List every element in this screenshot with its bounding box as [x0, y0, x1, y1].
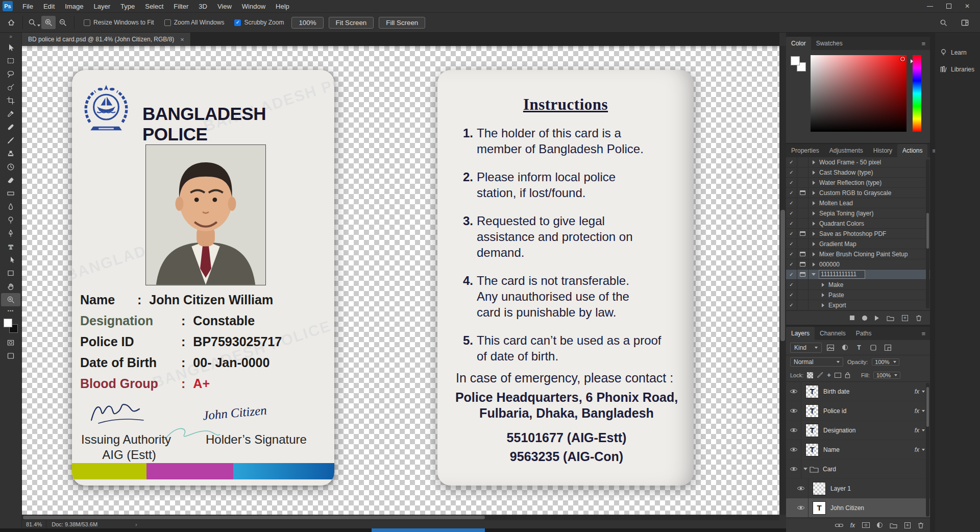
home-icon[interactable]: [4, 16, 18, 29]
history-brush-tool[interactable]: [1, 160, 20, 174]
pen-tool[interactable]: [1, 227, 20, 240]
text-layer-thumbnail[interactable]: T: [805, 385, 819, 398]
menu-file[interactable]: File: [17, 0, 38, 12]
zoom-in-button[interactable]: [41, 16, 56, 29]
toggle-item-check-icon[interactable]: ✓: [786, 178, 797, 187]
tab-properties[interactable]: Properties: [786, 144, 824, 157]
tab-swatches[interactable]: Swatches: [811, 37, 848, 50]
layer-style-icon[interactable]: fx: [850, 522, 855, 529]
scrubby-zoom-checkbox[interactable]: ✓ Scrubby Zoom: [234, 19, 284, 26]
disclosure-triangle-icon[interactable]: [808, 211, 819, 215]
toggle-item-check-icon[interactable]: ✓: [786, 280, 797, 289]
visibility-eye-icon[interactable]: [786, 382, 801, 401]
workspace-switcher-icon[interactable]: [958, 16, 972, 29]
visibility-eye-icon[interactable]: [793, 498, 808, 517]
toggle-item-check-icon[interactable]: ✓: [786, 198, 797, 208]
dialog-toggle[interactable]: [797, 290, 808, 300]
toggle-item-check-icon[interactable]: ✓: [786, 229, 797, 238]
text-layer-thumbnail[interactable]: T: [805, 404, 819, 418]
disclosure-triangle-icon[interactable]: [808, 262, 819, 267]
smart-object-filter-icon[interactable]: [882, 343, 893, 353]
dialog-toggle[interactable]: [797, 208, 808, 218]
dialog-toggle[interactable]: [797, 167, 808, 177]
horizontal-scrollbar-thumb[interactable]: [23, 516, 485, 519]
action-row[interactable]: ✓ Gradient Map: [786, 239, 930, 249]
text-layer-thumbnail[interactable]: T: [813, 501, 826, 515]
play-icon[interactable]: [875, 316, 879, 321]
text-layer-thumbnail[interactable]: T: [805, 443, 819, 456]
actions-scrollbar-thumb[interactable]: [926, 213, 929, 249]
quick-mask-icon[interactable]: [1, 336, 20, 349]
layer-name[interactable]: Designation: [823, 427, 855, 434]
tab-history[interactable]: History: [868, 144, 897, 157]
brush-tool[interactable]: [1, 134, 20, 147]
layer-row[interactable]: Layer 1: [786, 479, 930, 498]
vertical-scrollbar[interactable]: [779, 46, 786, 515]
new-group-icon[interactable]: [890, 522, 897, 528]
lock-position-icon[interactable]: +: [827, 372, 831, 378]
fill-dropdown[interactable]: 100%: [873, 372, 900, 379]
text-layer-thumbnail[interactable]: T: [805, 424, 819, 437]
filter-kind-dropdown[interactable]: Kind: [790, 343, 822, 353]
visibility-eye-icon[interactable]: [793, 479, 808, 498]
layer-name[interactable]: John Citizen: [830, 504, 864, 512]
dialog-toggle[interactable]: [797, 259, 808, 269]
panel-menu-icon[interactable]: ≡: [917, 37, 930, 50]
visibility-eye-icon[interactable]: [786, 421, 801, 440]
move-tool[interactable]: [1, 41, 20, 54]
clone-stamp-tool[interactable]: [1, 147, 20, 160]
screen-mode-icon[interactable]: [1, 349, 20, 362]
disclosure-triangle-icon[interactable]: [808, 191, 819, 195]
zoom-level-field[interactable]: 81.4%: [22, 520, 46, 528]
layer-row[interactable]: T Birth date fx: [786, 382, 930, 401]
fill-screen-button[interactable]: Fill Screen: [379, 17, 425, 29]
status-menu-icon[interactable]: ›: [135, 521, 137, 527]
checkbox-icon[interactable]: [164, 19, 171, 26]
disclosure-triangle-icon[interactable]: [808, 252, 819, 256]
disclosure-triangle-icon[interactable]: [808, 201, 819, 205]
layer-group-row[interactable]: Card: [786, 460, 930, 479]
dialog-toggle[interactable]: [797, 178, 808, 187]
type-filter-icon[interactable]: T: [853, 343, 865, 353]
resize-windows-checkbox[interactable]: Resize Windows to Fit: [84, 19, 154, 26]
minimize-icon[interactable]: —: [927, 3, 933, 10]
lasso-tool[interactable]: [1, 67, 20, 81]
hand-tool[interactable]: [1, 280, 20, 293]
blend-mode-dropdown[interactable]: Normal: [790, 357, 843, 367]
eyedropper-tool[interactable]: [1, 107, 20, 120]
action-row[interactable]: ✓ 000000: [786, 259, 930, 270]
new-set-icon[interactable]: [887, 315, 894, 321]
marquee-tool[interactable]: [1, 54, 20, 67]
horizontal-scrollbar[interactable]: [22, 515, 779, 520]
lock-paint-icon[interactable]: [817, 372, 823, 378]
adjustment-filter-icon[interactable]: [839, 343, 850, 353]
action-row[interactable]: ✓ Custom RGB to Grayscale: [786, 188, 930, 198]
toggle-item-check-icon[interactable]: ✓: [786, 157, 797, 167]
layers-scrollbar[interactable]: [926, 383, 929, 517]
layer-name[interactable]: Card: [823, 466, 836, 473]
disclosure-triangle-icon[interactable]: [818, 283, 828, 287]
toolbar-expand-icon[interactable]: »: [9, 34, 12, 41]
disclosure-triangle-icon[interactable]: [808, 171, 819, 175]
link-layers-icon[interactable]: [835, 523, 843, 528]
pixel-filter-icon[interactable]: [825, 343, 836, 353]
menu-image[interactable]: Image: [60, 0, 88, 12]
hue-slider-marker[interactable]: [911, 59, 913, 63]
action-row[interactable]: ✓ Cast Shadow (type): [786, 167, 930, 178]
rectangle-tool[interactable]: [1, 267, 20, 280]
action-row[interactable]: ✓ Water Reflection (type): [786, 178, 930, 188]
disclosure-triangle-icon[interactable]: [808, 160, 819, 164]
action-row[interactable]: ✓ Wood Frame - 50 pixel: [786, 157, 930, 167]
layer-row[interactable]: T Name fx: [786, 440, 930, 460]
tab-channels[interactable]: Channels: [815, 327, 851, 340]
action-step-row[interactable]: ✓ Export: [786, 300, 930, 310]
toggle-item-check-icon[interactable]: ✓: [786, 290, 797, 300]
dialog-toggle[interactable]: [797, 270, 808, 279]
photoshop-logo[interactable]: Ps: [3, 1, 13, 11]
tab-paths[interactable]: Paths: [851, 327, 877, 340]
disclosure-triangle-icon[interactable]: [818, 303, 828, 307]
visibility-eye-icon[interactable]: [786, 440, 801, 459]
disclosure-triangle-icon[interactable]: [808, 242, 819, 246]
hue-slider[interactable]: [913, 55, 921, 132]
record-icon[interactable]: [862, 316, 867, 321]
